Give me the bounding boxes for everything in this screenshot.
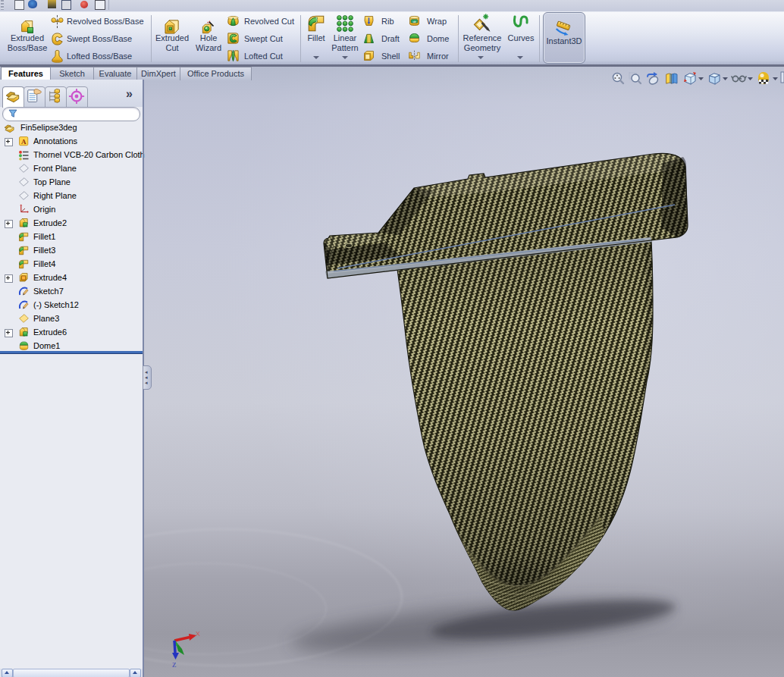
svg-text:Z: Z [172, 661, 177, 669]
svg-text:X: X [196, 630, 200, 638]
